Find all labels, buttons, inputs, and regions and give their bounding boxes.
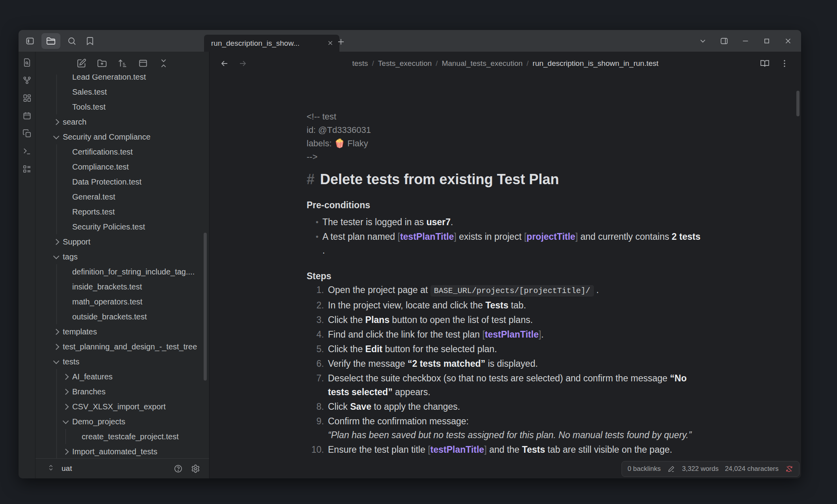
dashboard-button[interactable]	[21, 93, 33, 103]
tree-file[interactable]: math_operators.test	[36, 294, 209, 309]
step-number: 2.	[307, 299, 328, 312]
tree-file[interactable]: Tools.test	[36, 99, 209, 114]
breadcrumb-separator: /	[372, 59, 374, 67]
toggle-left-sidebar-button[interactable]	[23, 33, 37, 49]
close-window-button[interactable]	[783, 36, 793, 46]
backlinks-count[interactable]: 0 backlinks	[627, 465, 661, 473]
tree-file[interactable]: inside_brackets.test	[36, 279, 209, 294]
tree-folder[interactable]: Branches	[36, 384, 209, 399]
tree-file[interactable]: definition_for_string_include_tag....	[36, 264, 209, 279]
text-segment: Save	[350, 401, 371, 412]
toggle-right-sidebar-button[interactable]	[719, 36, 729, 46]
file-search-button[interactable]	[21, 57, 33, 67]
workspace: Lead Generation.testSales.testTools.test…	[19, 52, 801, 478]
tree-file[interactable]: Data Protection.test	[36, 174, 209, 189]
inline-link[interactable]: testPlanTitle	[431, 444, 484, 455]
tree-folder[interactable]: Security and Compliance	[36, 129, 209, 144]
inline-link[interactable]: projectTitle	[526, 231, 575, 242]
tree-folder[interactable]: search	[36, 114, 209, 129]
inline-link[interactable]: testPlanTitle	[400, 231, 454, 242]
tree-item-label: AI_features	[36, 372, 118, 381]
tree-item-label: Tools.test	[36, 103, 111, 112]
sort-order-button[interactable]	[116, 57, 128, 69]
breadcrumb-item[interactable]: run_description_is_shown_in_run.test	[533, 59, 659, 67]
new-tab-button[interactable]	[334, 34, 348, 50]
more-options-button[interactable]	[779, 58, 790, 69]
files-tab-button[interactable]	[41, 33, 60, 49]
tree-folder[interactable]: Support	[36, 234, 209, 249]
step-item: 1.Open the project page at BASE_URL/proj…	[307, 283, 737, 298]
precondition-item: •A test plan named [testPlanTitle] exist…	[307, 230, 737, 258]
minimize-button[interactable]	[740, 36, 751, 46]
tree-folder[interactable]: test_planning_and_design_-_test_tree	[36, 339, 209, 354]
new-folder-button[interactable]	[96, 57, 108, 69]
tree-folder[interactable]: AI_features	[36, 369, 209, 384]
text-segment: to apply the changes.	[371, 401, 460, 412]
indent-guide	[56, 279, 57, 294]
tree-folder[interactable]: Demo_projects	[36, 414, 209, 429]
maximize-button[interactable]	[762, 36, 772, 46]
sync-off-icon[interactable]	[785, 465, 794, 473]
edit-mode-button[interactable]	[667, 465, 676, 473]
inline-link[interactable]: testPlanTitle	[485, 329, 539, 340]
tab-close-button[interactable]	[327, 39, 335, 47]
copy-files-button[interactable]	[21, 128, 33, 138]
vault-footer[interactable]: uat	[36, 458, 209, 478]
tree-folder[interactable]: CSV_XLSX_import_export	[36, 399, 209, 414]
obsidian-window: run_description_is_show...	[19, 30, 801, 478]
tab-list-button[interactable]	[698, 36, 708, 46]
tree-scrollbar[interactable]	[204, 233, 207, 381]
calendar-icon	[22, 111, 32, 120]
breadcrumb-item[interactable]: Manual_tests_execution	[442, 59, 522, 67]
tree-file[interactable]: General.test	[36, 189, 209, 204]
collapse-all-button[interactable]	[157, 57, 169, 69]
tree-file[interactable]: outside_brackets.test	[36, 309, 209, 324]
tree-folder[interactable]: templates	[36, 324, 209, 339]
tree-file[interactable]: Lead Generation.test	[36, 75, 209, 84]
search-tab-button[interactable]	[65, 33, 79, 49]
help-button[interactable]	[172, 463, 184, 474]
new-note-button[interactable]	[75, 57, 87, 69]
navigate-back-button[interactable]	[219, 58, 230, 69]
note-content[interactable]: <!-- testid: @Td3336031labels: 🍿 Flaky--…	[210, 75, 801, 478]
breadcrumb-item[interactable]: tests	[352, 59, 368, 67]
tree-file[interactable]: Reports.test	[36, 204, 209, 219]
text-segment: Confirm the confirmation message:	[328, 416, 469, 426]
tree-item-label: Security Policies.test	[36, 222, 151, 231]
text-segment: appears.	[393, 387, 431, 397]
reading-view-button[interactable]	[759, 58, 770, 69]
tree-folder[interactable]: tags	[36, 249, 209, 264]
bookmarks-tab-button[interactable]	[83, 33, 97, 49]
terminal-button[interactable]	[21, 146, 33, 156]
indent-guide	[56, 174, 57, 189]
step-number: 9.	[307, 414, 328, 442]
indent-guide	[56, 294, 57, 309]
tree-file[interactable]: Security Policies.test	[36, 219, 209, 234]
pencil-icon	[668, 465, 675, 472]
status-bar: 0 backlinks 3,322 words 24,024 character…	[622, 461, 800, 477]
note-header: tests/Tests_execution/Manual_tests_execu…	[210, 52, 801, 75]
calendar-button[interactable]	[21, 110, 33, 121]
tree-folder[interactable]: Import_automated_tests	[36, 444, 209, 458]
tree-folder[interactable]: tests	[36, 354, 209, 369]
tree-file[interactable]: Certifications.test	[36, 144, 209, 159]
active-tab[interactable]: run_description_is_show...	[204, 35, 339, 52]
panel-layout-button[interactable]	[137, 57, 149, 69]
settings-button[interactable]	[189, 463, 201, 474]
tree-file[interactable]: Compliance.test	[36, 159, 209, 174]
frontmatter-comment: <!-- testid: @Td3336031labels: 🍿 Flaky--…	[307, 110, 737, 164]
editor-scrollbar[interactable]	[796, 91, 800, 116]
navigate-forward-button[interactable]	[237, 58, 248, 69]
text-segment: and currently contains	[578, 231, 672, 242]
checklist-button[interactable]	[21, 164, 33, 174]
step-item: 5.Click the Edit button for the selected…	[307, 342, 737, 356]
graph-view-button[interactable]	[21, 75, 33, 85]
text-segment: is displayed.	[485, 358, 538, 369]
vault-switcher-icon[interactable]	[47, 464, 56, 473]
maximize-icon	[762, 37, 771, 45]
tree-file[interactable]: Sales.test	[36, 84, 209, 99]
breadcrumb-item[interactable]: Tests_execution	[378, 59, 432, 67]
tree-file[interactable]: create_testcafe_project.test	[36, 429, 209, 444]
indent-guide	[56, 159, 57, 174]
book-open-icon	[760, 59, 770, 68]
